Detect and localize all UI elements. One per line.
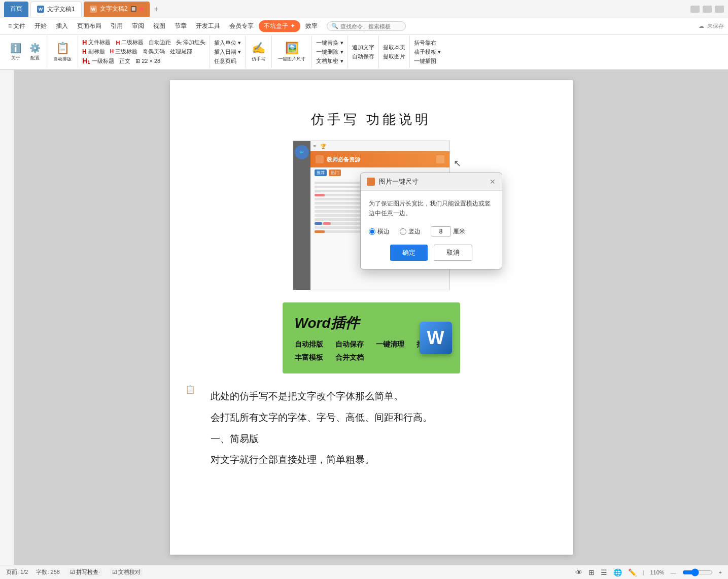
size-value-input[interactable] bbox=[431, 226, 451, 236]
new-tab-button[interactable]: + bbox=[154, 5, 158, 14]
doc-topbar-title: 🏆 bbox=[320, 144, 326, 149]
extract-page-button[interactable]: 提取本页 bbox=[381, 43, 407, 52]
one-click-delete-button[interactable]: 一键删除 ▾ bbox=[314, 48, 345, 56]
menu-file[interactable]: ≡ 文件 bbox=[4, 20, 29, 32]
doc-topbar-icon: ≡ bbox=[314, 144, 316, 149]
search-icon: 🔍 bbox=[331, 23, 338, 29]
toolbar: ℹ️ 关于 ⚙️ 配置 📋 自动排版 H文件标题 H二级标题 自动边距 头 添加… bbox=[0, 35, 728, 70]
confirm-button[interactable]: 确定 bbox=[390, 245, 428, 261]
menu-efficiency[interactable]: 效率 bbox=[301, 20, 322, 32]
toolbar-file-tools-group: 追加文字 自动保存 bbox=[348, 36, 379, 68]
toolbar-settings-group: ℹ️ 关于 ⚙️ 配置 bbox=[4, 36, 47, 68]
menu-page-layout[interactable]: 页面布局 bbox=[73, 20, 106, 32]
doc-scroll-area[interactable]: 仿手写 功能说明 🐦 ≡ 🏆 bbox=[14, 70, 728, 565]
orange-banner: 教师必备资源 bbox=[310, 151, 449, 167]
auto-layout-button[interactable]: 📋 自动排版 bbox=[50, 41, 75, 63]
h1-label: 一级标题 bbox=[92, 57, 114, 65]
template-button[interactable]: 稿子模板 ▾ bbox=[412, 48, 443, 56]
grid-button[interactable]: ⊞ 22 × 28 bbox=[133, 57, 162, 65]
zoom-minus[interactable]: — bbox=[671, 569, 676, 575]
eye-icon[interactable]: 👁 bbox=[575, 568, 582, 576]
search-input[interactable] bbox=[340, 23, 401, 29]
h3-label: 三级标题 bbox=[115, 48, 137, 55]
subtitle-button[interactable]: H副标题 bbox=[80, 47, 107, 56]
handwriting-button[interactable]: ✍️ 仿手写 bbox=[249, 41, 268, 63]
list-icon[interactable]: ☰ bbox=[601, 568, 607, 576]
extract-image-button[interactable]: 提取图片 bbox=[381, 52, 407, 61]
zoom-plus[interactable]: + bbox=[719, 569, 722, 575]
h1-button[interactable]: H₁一级标题 bbox=[80, 56, 116, 65]
vertical-option[interactable]: 竖边 bbox=[400, 227, 421, 236]
vertical-radio[interactable] bbox=[400, 228, 406, 235]
auto-margin-button[interactable]: 自动边距 bbox=[147, 38, 173, 47]
insert-unit-label: 插入单位 ▾ bbox=[214, 39, 241, 47]
menu-special-box[interactable]: 不坑盒子 ✦ bbox=[259, 20, 300, 32]
config-button[interactable]: ⚙️ 配置 bbox=[26, 42, 44, 62]
spell-check[interactable]: ☑ 拼写检查· bbox=[68, 568, 102, 576]
tab-doc1[interactable]: W 文字文稿1 bbox=[30, 2, 82, 17]
file-title-button[interactable]: H文件标题 bbox=[80, 38, 113, 47]
table-icon[interactable]: ⊞ bbox=[588, 568, 595, 576]
cancel-button[interactable]: 取消 bbox=[434, 245, 472, 261]
add-red-header-label: 头 添加红头 bbox=[176, 39, 205, 46]
tag-2: 热门 bbox=[329, 169, 341, 176]
normal-text-button[interactable]: 正文 bbox=[117, 57, 132, 65]
feature-5: 丰富模板 bbox=[295, 353, 323, 362]
odd-even-page-button[interactable]: 奇偶页码 bbox=[141, 47, 167, 56]
menu-search-box[interactable]: 🔍 bbox=[327, 21, 406, 31]
spell-check-label[interactable]: ☑ 拼写检查· bbox=[68, 568, 102, 576]
h3-button[interactable]: H三级标题 bbox=[108, 47, 140, 56]
edit-icon[interactable]: ✏️ bbox=[628, 568, 637, 576]
about-label: 关于 bbox=[11, 55, 20, 61]
menu-developer[interactable]: 开发工具 bbox=[192, 20, 224, 32]
add-red-header-button[interactable]: 头 添加红头 bbox=[174, 38, 207, 47]
feature-1: 自动排版 bbox=[295, 340, 323, 349]
h-icon-sub: H bbox=[82, 48, 87, 55]
bracket-right-button[interactable]: 括号靠右 bbox=[412, 39, 443, 47]
about-icon: ℹ️ bbox=[10, 43, 21, 54]
menu-reference[interactable]: 引用 bbox=[107, 20, 127, 32]
minimize-button[interactable] bbox=[690, 6, 700, 13]
toolbar-replace-group: 一键替换 ▾ 一键删除 ▾ 文档加密 ▾ bbox=[312, 36, 348, 68]
tab-doc2-label: 文字文稿2 bbox=[100, 5, 128, 13]
horizontal-option[interactable]: 横边 bbox=[369, 227, 390, 236]
zoom-slider[interactable] bbox=[682, 568, 713, 576]
any-page-button[interactable]: 任意页码 bbox=[212, 57, 243, 65]
h2-button[interactable]: H二级标题 bbox=[114, 38, 146, 47]
insert-date-button[interactable]: 插入日期 ▾ bbox=[212, 48, 243, 56]
one-click-delete-label: 一键删除 ▾ bbox=[316, 48, 343, 56]
banner-text: 教师必备资源 bbox=[327, 156, 360, 163]
zoom-separator: | bbox=[643, 569, 644, 575]
tab-home[interactable]: 首页 bbox=[4, 2, 28, 17]
menu-section[interactable]: 节章 bbox=[170, 20, 191, 32]
auto-save-label: 自动保存 bbox=[352, 53, 374, 60]
tab-doc2[interactable]: W 文字文稿2 🔲 bbox=[84, 2, 150, 17]
globe-icon[interactable]: 🌐 bbox=[613, 568, 622, 576]
menu-insert[interactable]: 插入 bbox=[52, 20, 72, 32]
insert-date-label: 插入日期 ▾ bbox=[214, 48, 241, 56]
doc2-icon: W bbox=[90, 6, 97, 13]
one-click-replace-button[interactable]: 一键替换 ▾ bbox=[314, 39, 345, 47]
zoom-level[interactable]: 110% bbox=[650, 569, 664, 575]
dialog-close-button[interactable]: ✕ bbox=[490, 178, 496, 186]
doc-check-label[interactable]: ☑ 文档校对 bbox=[110, 568, 143, 576]
process-tail-button[interactable]: 处理尾部 bbox=[168, 47, 194, 56]
maximize-button[interactable] bbox=[703, 6, 712, 13]
handwriting-icon: ✍️ bbox=[252, 42, 265, 55]
auto-save-button[interactable]: 自动保存 bbox=[350, 52, 376, 61]
menu-vip[interactable]: 会员专享 bbox=[225, 20, 258, 32]
image-size-button[interactable]: 🖼️ 一键图片尺寸 bbox=[275, 41, 308, 63]
insert-unit-button[interactable]: 插入单位 ▾ bbox=[212, 39, 243, 47]
menu-start[interactable]: 开始 bbox=[30, 20, 51, 32]
close-button[interactable] bbox=[715, 6, 724, 13]
about-button[interactable]: ℹ️ 关于 bbox=[7, 42, 24, 62]
menu-review[interactable]: 审阅 bbox=[128, 20, 148, 32]
headings-row1: H文件标题 H二级标题 自动边距 头 添加红头 bbox=[80, 38, 207, 47]
doc-check[interactable]: ☑ 文档校对 bbox=[110, 568, 143, 576]
menu-view[interactable]: 视图 bbox=[149, 20, 169, 32]
doc-encrypt-button[interactable]: 文档加密 ▾ bbox=[314, 57, 345, 65]
subtitle-label: 副标题 bbox=[88, 48, 105, 55]
append-text-button[interactable]: 追加文字 bbox=[350, 43, 376, 52]
horizontal-radio[interactable] bbox=[369, 228, 375, 235]
one-key-insert-button[interactable]: 一键插图 bbox=[412, 57, 443, 65]
